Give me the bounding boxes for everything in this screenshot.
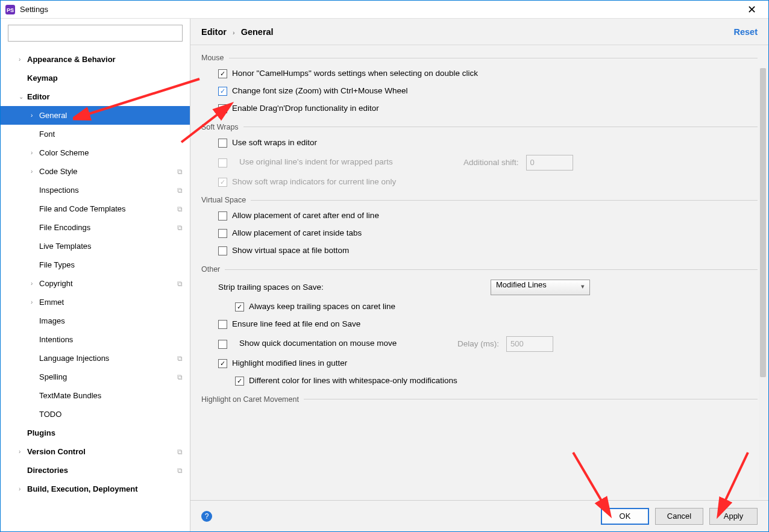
- checkbox-icon[interactable]: [218, 246, 227, 255]
- scrollbar[interactable]: [759, 68, 767, 498]
- checkbox-icon[interactable]: [218, 211, 227, 221]
- expand-icon[interactable]: ›: [19, 448, 27, 455]
- breadcrumb-root[interactable]: Editor: [201, 27, 227, 37]
- sidebar-item-build-execution-deployment[interactable]: ›Build, Execution, Deployment: [1, 480, 190, 498]
- opt-use-soft-wraps[interactable]: Use soft wraps in editor: [201, 137, 758, 149]
- sidebar-item-label: TextMate Bundles: [39, 391, 183, 400]
- sidebar-item-plugins[interactable]: Plugins: [1, 424, 190, 442]
- search-input[interactable]: [8, 25, 183, 42]
- sidebar-item-spelling[interactable]: Spelling⧉: [1, 368, 190, 386]
- sidebar-item-label: Appearance & Behavior: [27, 55, 183, 64]
- sidebar-item-font[interactable]: Font: [1, 125, 190, 143]
- sidebar-item-color-scheme[interactable]: ›Color Scheme: [1, 143, 190, 162]
- sidebar-item-label: Font: [39, 130, 183, 139]
- expand-icon[interactable]: ›: [31, 112, 39, 119]
- checkbox-icon[interactable]: [218, 340, 227, 349]
- help-icon[interactable]: ?: [201, 511, 212, 522]
- sidebar-item-file-and-code-templates[interactable]: File and Code Templates⧉: [1, 199, 190, 218]
- sidebar-item-general[interactable]: ›General: [1, 106, 190, 125]
- opt-label: Highlight modified lines in gutter: [232, 358, 347, 369]
- sidebar-item-code-style[interactable]: ›Code Style⧉: [1, 162, 190, 181]
- checkbox-icon[interactable]: [218, 320, 227, 329]
- svg-text:PS: PS: [7, 7, 14, 13]
- opt-highlight-modified[interactable]: ✓ Highlight modified lines in gutter: [201, 358, 758, 369]
- search-wrap: Q ▾: [1, 19, 190, 48]
- sidebar-item-keymap[interactable]: Keymap: [1, 69, 190, 87]
- opt-quick-doc[interactable]: Show quick documentation on mouse move D…: [201, 336, 758, 352]
- reset-link[interactable]: Reset: [734, 27, 758, 37]
- checkbox-icon[interactable]: [218, 139, 227, 148]
- apply-button[interactable]: Apply: [709, 508, 758, 525]
- scope-badge-icon: ⧉: [177, 448, 183, 456]
- sidebar-item-file-types[interactable]: File Types: [1, 255, 190, 274]
- sidebar-item-directories[interactable]: Directories⧉: [1, 461, 190, 480]
- expand-icon[interactable]: ›: [31, 168, 39, 175]
- sidebar-item-label: Inspections: [39, 186, 177, 195]
- opt-honor-camelhumps[interactable]: ✓ Honor "CamelHumps" words settings when…: [201, 68, 758, 80]
- sidebar-item-copyright[interactable]: ›Copyright⧉: [1, 274, 190, 293]
- sidebar-item-emmet[interactable]: ›Emmet: [1, 293, 190, 311]
- sidebar-item-file-encodings[interactable]: File Encodings⧉: [1, 218, 190, 237]
- sidebar-item-label: Editor: [27, 92, 183, 101]
- opt-label: Use original line's indent for wrapped p…: [239, 157, 456, 168]
- sidebar-item-editor[interactable]: ⌄Editor: [1, 87, 190, 106]
- checkbox-icon: [218, 158, 227, 167]
- checkbox-icon[interactable]: ✓: [218, 87, 227, 96]
- opt-label: Show virtual space at file bottom: [232, 245, 349, 257]
- sidebar-item-label: Build, Execution, Deployment: [27, 484, 183, 493]
- sidebar-item-images[interactable]: Images: [1, 311, 190, 330]
- sidebar-item-label: Images: [39, 316, 183, 325]
- sidebar-item-inspections[interactable]: Inspections⧉: [1, 181, 190, 199]
- opt-label: Allow placement of caret after end of li…: [232, 210, 379, 222]
- sidebar-item-label: TODO: [39, 410, 183, 419]
- opt-caret-after-eol[interactable]: Allow placement of caret after end of li…: [201, 210, 758, 222]
- app-icon: PS: [5, 5, 15, 14]
- checkbox-icon[interactable]: ✓: [218, 359, 227, 368]
- window-title: Settings: [20, 5, 739, 14]
- expand-icon[interactable]: ›: [31, 149, 39, 156]
- sidebar-item-label: Intentions: [39, 335, 183, 344]
- section-title-virtual: Virtual Space: [201, 196, 758, 204]
- footer-buttons: OK Cancel Apply: [601, 508, 758, 525]
- checkbox-icon[interactable]: ✓: [235, 377, 244, 386]
- ok-button[interactable]: OK: [601, 508, 649, 525]
- body: Q ▾ ›Appearance & BehaviorKeymap⌄Editor›…: [1, 19, 768, 531]
- sidebar-item-todo[interactable]: TODO: [1, 405, 190, 424]
- sidebar-item-version-control[interactable]: ›Version Control⧉: [1, 442, 190, 461]
- expand-icon[interactable]: ›: [19, 486, 27, 492]
- checkbox-icon[interactable]: ✓: [235, 302, 244, 311]
- cancel-button[interactable]: Cancel: [655, 508, 703, 525]
- sidebar-item-textmate-bundles[interactable]: TextMate Bundles: [1, 386, 190, 405]
- chevron-right-icon: ›: [233, 29, 235, 36]
- main-panel: Editor › General Reset Mouse ✓ Honor "Ca…: [190, 19, 768, 531]
- sidebar-item-live-templates[interactable]: Live Templates: [1, 237, 190, 255]
- checkbox-icon[interactable]: [218, 229, 227, 238]
- checkbox-icon[interactable]: ✓: [218, 104, 227, 113]
- opt-enable-dnd[interactable]: ✓ Enable Drag'n'Drop functionality in ed…: [201, 103, 758, 114]
- expand-icon[interactable]: ›: [31, 299, 39, 305]
- sidebar-item-intentions[interactable]: Intentions: [1, 330, 190, 349]
- opt-original-indent: Use original line's indent for wrapped p…: [201, 155, 758, 171]
- opt-whitespace-color[interactable]: ✓ Different color for lines with whitesp…: [201, 375, 758, 387]
- sidebar-item-appearance-behavior[interactable]: ›Appearance & Behavior: [1, 50, 190, 69]
- footer: ? OK Cancel Apply: [190, 500, 768, 531]
- expand-icon[interactable]: ⌄: [19, 93, 27, 100]
- close-icon[interactable]: ✕: [739, 3, 764, 16]
- opt-ensure-lf[interactable]: Ensure line feed at file end on Save: [201, 319, 758, 330]
- strip-select[interactable]: Modified Lines: [491, 280, 590, 295]
- section-softwraps: Soft Wraps Use soft wraps in editor Use …: [201, 123, 758, 188]
- opt-keep-caret-spaces[interactable]: ✓ Always keep trailing spaces on caret l…: [201, 301, 758, 313]
- opt-change-font-size[interactable]: ✓ Change font size (Zoom) with Ctrl+Mous…: [201, 86, 758, 97]
- expand-icon[interactable]: ›: [19, 56, 27, 63]
- opt-virtual-space-bottom[interactable]: Show virtual space at file bottom: [201, 245, 758, 257]
- settings-tree[interactable]: ›Appearance & BehaviorKeymap⌄Editor›Gene…: [1, 48, 190, 531]
- expand-icon[interactable]: ›: [31, 280, 39, 287]
- search-box: Q ▾: [8, 25, 183, 42]
- main-header: Editor › General Reset: [190, 19, 768, 45]
- sidebar-item-language-injections[interactable]: Language Injections⧉: [1, 349, 190, 368]
- section-title-mouse: Mouse: [201, 54, 758, 62]
- opt-caret-inside-tabs[interactable]: Allow placement of caret inside tabs: [201, 228, 758, 239]
- scope-badge-icon: ⧉: [177, 205, 183, 213]
- scrollbar-thumb[interactable]: [760, 68, 766, 377]
- checkbox-icon[interactable]: ✓: [218, 69, 227, 78]
